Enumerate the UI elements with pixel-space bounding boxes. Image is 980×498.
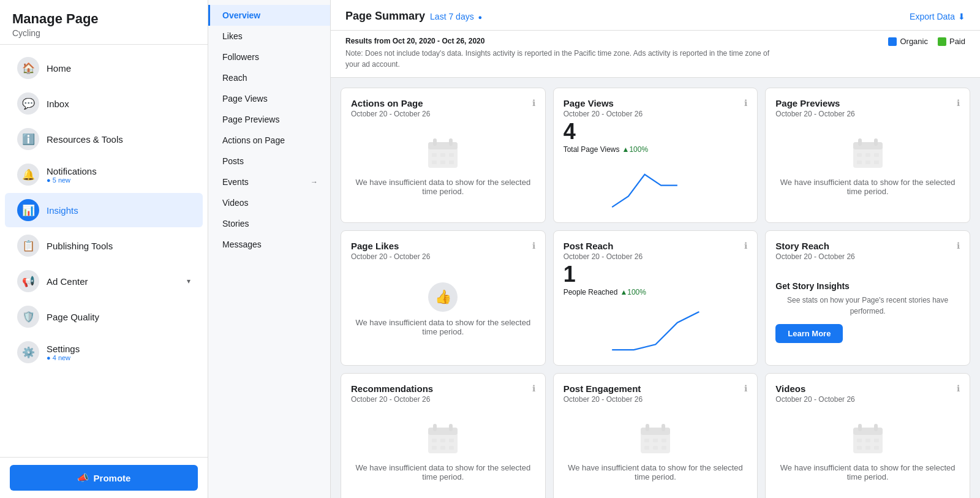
svg-rect-22 (433, 424, 437, 431)
card-info-icon-page-views[interactable]: ℹ (744, 98, 747, 108)
svg-rect-19 (874, 160, 879, 164)
card-title-page-likes: Page Likes (351, 241, 430, 251)
svg-rect-4 (432, 153, 437, 157)
svg-rect-35 (653, 439, 658, 442)
svg-rect-44 (857, 439, 862, 442)
svg-rect-6 (449, 153, 454, 157)
subnav: Overview Likes Followers Reach Page View… (208, 0, 331, 498)
card-title-post-reach: Post Reach (564, 241, 643, 251)
card-info-icon-page-likes[interactable]: ℹ (532, 241, 535, 251)
nav-badge-settings: 4 new (47, 354, 80, 361)
svg-rect-36 (662, 439, 666, 442)
svg-rect-32 (646, 424, 649, 431)
card-no-data-videos: We have insufficient data to show for th… (775, 406, 960, 497)
chevron-icon-adcenter: ▾ (187, 277, 190, 285)
nav-icon-adcenter: 📢 (17, 270, 39, 292)
info-note: Note: Does not include today's data. Ins… (345, 48, 774, 70)
svg-rect-24 (432, 439, 437, 442)
nav-icon-insights: 📊 (17, 199, 39, 221)
subnav-item-followers[interactable]: Followers (208, 47, 330, 67)
card-no-data-page-likes: 👍 We have insufficient data to show for … (351, 263, 535, 355)
nav-icon-settings: ⚙️ (17, 341, 39, 363)
card-title-page-previews: Page Previews (775, 98, 854, 108)
svg-rect-8 (440, 160, 445, 164)
card-body-page-previews: We have insufficient data to show for th… (775, 121, 960, 213)
nav-label-inbox: Inbox (47, 99, 69, 109)
subnav-item-pagepreviews[interactable]: Page Previews (208, 109, 330, 130)
card-info-icon-post-reach[interactable]: ℹ (744, 241, 747, 251)
subnav-item-likes[interactable]: Likes (208, 26, 330, 47)
card-title-videos: Videos (775, 383, 854, 394)
legend-dot-paid (938, 37, 946, 46)
nav-badge-notifications: 5 new (47, 176, 97, 184)
sidebar: Manage Page Cycling 🏠 Home 💬 Inbox ℹ️ Re… (0, 0, 208, 498)
card-body-post-reach: 1 People Reached ▲100% (564, 263, 748, 355)
svg-rect-48 (865, 446, 870, 450)
sidebar-item-publishing[interactable]: 📋 Publishing Tools (5, 228, 203, 263)
card-page-likes: Page Likes October 20 - October 26 ℹ 👍 W… (341, 230, 546, 366)
sidebar-item-insights[interactable]: 📊 Insights (5, 193, 203, 227)
page-summary-period: Last 7 days ● (430, 12, 482, 21)
subnav-label-pageviews: Page Views (222, 94, 268, 104)
card-page-previews: Page Previews October 20 - October 26 ℹ … (765, 88, 970, 223)
svg-rect-18 (865, 160, 870, 164)
subnav-item-pageviews[interactable]: Page Views (208, 88, 330, 109)
card-header-page-previews: Page Previews October 20 - October 26 ℹ (775, 98, 960, 118)
svg-rect-31 (641, 428, 670, 435)
svg-rect-21 (428, 428, 458, 435)
sidebar-item-notifications[interactable]: 🔔 Notifications 5 new (5, 157, 203, 192)
subnav-item-posts[interactable]: Posts (208, 151, 330, 172)
card-info-icon-actions-on-page[interactable]: ℹ (532, 98, 535, 108)
export-icon: ⬇ (958, 12, 965, 21)
card-header-story-reach: Story Reach October 20 - October 26 ℹ (775, 241, 960, 261)
export-label: Export Data (910, 12, 955, 21)
card-body-actions-on-page: We have insufficient data to show for th… (351, 121, 535, 213)
nav-label-home: Home (47, 63, 71, 74)
subnav-label-pagepreviews: Page Previews (222, 115, 279, 124)
subnav-item-messages[interactable]: Messages (208, 234, 330, 255)
card-no-data-recommendations: We have insufficient data to show for th… (351, 406, 535, 497)
card-info-icon-recommendations[interactable]: ℹ (532, 383, 535, 393)
sidebar-item-home[interactable]: 🏠 Home (5, 51, 203, 85)
sidebar-item-pagequality[interactable]: 🛡️ Page Quality (5, 300, 203, 334)
card-header-actions-on-page: Actions on Page October 20 - October 26 … (351, 98, 535, 118)
card-info-icon-page-previews[interactable]: ℹ (957, 98, 960, 108)
subnav-item-events[interactable]: Events → (208, 172, 330, 192)
legend-label-organic: Organic (900, 37, 928, 46)
story-reach-desc: See stats on how your Page's recent stor… (775, 295, 960, 317)
svg-rect-15 (865, 153, 870, 157)
subnav-item-stories[interactable]: Stories (208, 213, 330, 234)
promote-button[interactable]: 📣 Promote (10, 465, 198, 491)
card-info-icon-videos[interactable]: ℹ (957, 383, 960, 393)
svg-rect-33 (662, 424, 665, 431)
period-info-icon[interactable]: ● (478, 13, 483, 21)
card-number-post-reach: 1 (564, 263, 576, 285)
card-info-icon-post-engagement[interactable]: ℹ (744, 383, 747, 393)
nav-label-settings: Settings (47, 344, 80, 354)
svg-rect-47 (857, 446, 862, 450)
card-story-reach: Story Reach October 20 - October 26 ℹ Ge… (765, 230, 970, 366)
subnav-item-actionsonpage[interactable]: Actions on Page (208, 130, 330, 151)
card-info-icon-story-reach[interactable]: ℹ (957, 241, 960, 251)
sidebar-item-settings[interactable]: ⚙️ Settings 4 new (5, 335, 203, 369)
sidebar-item-resources[interactable]: ℹ️ Resources & Tools (5, 122, 203, 156)
subnav-item-reach[interactable]: Reach (208, 67, 330, 88)
card-header-post-reach: Post Reach October 20 - October 26 ℹ (564, 241, 748, 261)
no-data-text-recommendations: We have insufficient data to show for th… (351, 463, 535, 481)
subnav-label-posts: Posts (222, 156, 244, 166)
subnav-item-overview[interactable]: Overview (208, 5, 330, 26)
sidebar-nav: 🏠 Home 💬 Inbox ℹ️ Resources & Tools 🔔 (0, 45, 208, 457)
svg-rect-27 (432, 446, 437, 450)
subnav-label-messages: Messages (222, 240, 262, 249)
no-data-text-post-engagement: We have insufficient data to show for th… (564, 463, 748, 481)
info-bar: Results from Oct 20, 2020 - Oct 26, 2020… (331, 31, 980, 78)
sidebar-item-adcenter[interactable]: 📢 Ad Center ▾ (5, 264, 203, 298)
card-header-recommendations: Recommendations October 20 - October 26 … (351, 383, 535, 404)
learn-more-button[interactable]: Learn More (775, 324, 843, 343)
card-body-page-likes: 👍 We have insufficient data to show for … (351, 263, 535, 355)
subnav-item-videos[interactable]: Videos (208, 192, 330, 213)
export-data-button[interactable]: Export Data ⬇ (910, 12, 965, 21)
sidebar-item-inbox[interactable]: 💬 Inbox (5, 86, 203, 121)
card-no-data-actions-on-page: We have insufficient data to show for th… (351, 121, 535, 213)
story-reach-title: Get Story Insights (775, 281, 850, 291)
